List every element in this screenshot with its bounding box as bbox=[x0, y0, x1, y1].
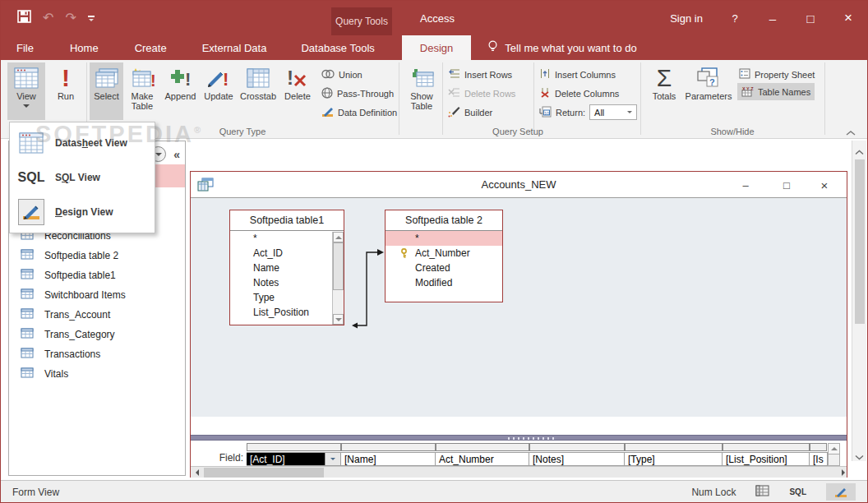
union-button[interactable]: Union bbox=[321, 66, 362, 83]
crosstab-label: Crosstab bbox=[240, 91, 276, 101]
view-dropdown-arrow[interactable] bbox=[23, 104, 30, 108]
grid-cell-notes[interactable]: [Notes] bbox=[529, 452, 625, 466]
grid-vertical-scrollbar[interactable] bbox=[828, 443, 840, 466]
data-definition-button[interactable]: Data Definition bbox=[321, 104, 397, 121]
return-combobox[interactable]: All bbox=[589, 104, 637, 120]
grid-cell-act-number[interactable]: Act_Number bbox=[436, 452, 529, 466]
help-button[interactable]: ? bbox=[716, 12, 754, 25]
save-icon[interactable] bbox=[17, 10, 31, 26]
insert-rows-icon bbox=[448, 68, 460, 81]
close-button[interactable]: × bbox=[829, 10, 867, 26]
scrollbar-thumb[interactable] bbox=[855, 159, 865, 324]
nav-item-trans-category[interactable]: Trans_Category bbox=[9, 325, 185, 344]
crosstab-button[interactable]: Crosstab bbox=[238, 62, 279, 120]
globe-icon bbox=[321, 87, 333, 100]
table-names-toggle[interactable]: X Y Z Table Names bbox=[737, 83, 815, 100]
grid-scroll-up-icon[interactable] bbox=[829, 444, 839, 455]
design-view-status-icon[interactable] bbox=[826, 483, 856, 501]
append-label: Append bbox=[165, 91, 196, 101]
redo-icon[interactable]: ↷ bbox=[65, 12, 76, 25]
grid-column-header[interactable] bbox=[247, 443, 341, 451]
query-window-titlebar[interactable]: Accounts_NEW – □ × bbox=[191, 172, 847, 198]
view-button[interactable]: View bbox=[7, 62, 45, 120]
grid-horizontal-scrollbar[interactable] bbox=[191, 466, 847, 478]
shutter-bar-collapse-icon[interactable]: « bbox=[173, 148, 180, 161]
property-sheet-button[interactable]: Property Sheet bbox=[739, 66, 815, 83]
table-icon bbox=[21, 348, 34, 361]
nav-item-label: Trans_Account bbox=[44, 309, 110, 321]
insert-rows-button[interactable]: Insert Rows bbox=[448, 66, 512, 83]
table-icon bbox=[21, 367, 34, 381]
query-maximize-button[interactable]: □ bbox=[768, 172, 806, 198]
table-icon bbox=[21, 308, 34, 321]
show-table-button[interactable]: Show Table bbox=[404, 62, 440, 120]
grid-cell-type[interactable]: [Type] bbox=[625, 452, 723, 466]
datasheet-view-status-icon[interactable] bbox=[755, 485, 769, 499]
collapse-ribbon-chevron-icon[interactable] bbox=[846, 125, 856, 140]
tell-me-box[interactable]: Tell me what you want to do bbox=[471, 35, 636, 60]
grid-column-header[interactable] bbox=[723, 443, 810, 451]
designer-splitter[interactable] bbox=[191, 435, 847, 441]
field-combo-arrow[interactable] bbox=[325, 453, 340, 465]
grid-cell-name[interactable]: [Name] bbox=[341, 452, 436, 466]
minimize-button[interactable]: – bbox=[754, 12, 792, 25]
append-button[interactable]: ! Append bbox=[162, 62, 199, 120]
query-close-button[interactable]: × bbox=[806, 172, 843, 198]
join-line[interactable] bbox=[191, 198, 519, 362]
nav-item-label: Trans_Category bbox=[44, 329, 115, 340]
grid-column-header[interactable] bbox=[625, 443, 723, 451]
grid-column-header[interactable] bbox=[341, 443, 436, 451]
tab-database-tools[interactable]: Database Tools bbox=[285, 35, 390, 60]
grid-cell-act-id[interactable]: [Act_ID] bbox=[247, 452, 341, 466]
contextual-tab-query-tools[interactable]: Query Tools bbox=[331, 7, 392, 35]
grid-column-header[interactable] bbox=[810, 443, 827, 451]
delete-query-button[interactable]: ! Delete bbox=[280, 62, 315, 120]
group-separator bbox=[640, 62, 641, 135]
builder-button[interactable]: Builder bbox=[448, 104, 492, 121]
delete-columns-button[interactable]: Delete Columns bbox=[539, 85, 619, 102]
customize-qat-icon[interactable] bbox=[88, 16, 95, 21]
select-query-button[interactable]: Select bbox=[90, 62, 123, 120]
nav-item-softpedia-table1[interactable]: Softpedia table1 bbox=[9, 265, 185, 285]
parameters-button[interactable]: ? Parameters bbox=[683, 62, 734, 120]
h-scrollbar-thumb[interactable] bbox=[204, 468, 324, 478]
workspace-vertical-scrollbar[interactable] bbox=[852, 141, 866, 461]
grid-column-header[interactable] bbox=[436, 443, 529, 451]
design-view-icon bbox=[18, 199, 44, 225]
nav-item-switchboard-items[interactable]: Switchboard Items bbox=[9, 285, 185, 305]
grid-column-header[interactable] bbox=[529, 443, 625, 451]
return-label: Return: bbox=[556, 108, 585, 118]
undo-icon[interactable]: ↶ bbox=[43, 12, 53, 25]
maximize-button[interactable]: □ bbox=[792, 12, 829, 25]
num-lock-indicator: Num Lock bbox=[691, 487, 736, 498]
sign-in-button[interactable]: Sign in bbox=[657, 12, 716, 25]
grid-cell-list-position[interactable]: [List_Position] bbox=[723, 452, 810, 466]
scroll-right-icon[interactable] bbox=[842, 469, 845, 476]
scroll-down-chevron-icon[interactable] bbox=[855, 449, 864, 464]
tab-create[interactable]: Create bbox=[119, 35, 182, 60]
grid-cell-clipped[interactable]: [Is bbox=[810, 452, 828, 466]
update-button[interactable]: ! Update bbox=[201, 62, 237, 120]
query-minimize-button[interactable]: – bbox=[727, 172, 764, 198]
menu-item-sql-view[interactable]: SQL SQL View bbox=[10, 160, 155, 195]
nav-item-softpedia-table-2[interactable]: Softpedia table 2 bbox=[9, 246, 185, 265]
nav-item-vitals[interactable]: Vitals bbox=[9, 364, 185, 384]
tab-external-data[interactable]: External Data bbox=[187, 35, 283, 60]
pass-through-button[interactable]: Pass-Through bbox=[321, 85, 394, 102]
scroll-up-chevron-icon[interactable] bbox=[855, 144, 864, 159]
sql-view-status-icon[interactable]: SQL bbox=[789, 487, 806, 496]
menu-item-datasheet-view[interactable]: Datasheet View bbox=[10, 126, 155, 160]
tab-home[interactable]: Home bbox=[54, 35, 114, 60]
delete-label: Delete bbox=[284, 91, 311, 101]
nav-item-transactions[interactable]: Transactions bbox=[9, 344, 185, 364]
tab-file[interactable]: File bbox=[1, 35, 49, 60]
join-arrow-left bbox=[352, 323, 358, 329]
make-table-button[interactable]: ! Make Table bbox=[125, 62, 159, 120]
run-button[interactable]: ! Run bbox=[48, 62, 83, 120]
nav-item-trans-account[interactable]: Trans_Account bbox=[9, 305, 185, 325]
totals-button[interactable]: Σ Totals bbox=[647, 62, 681, 120]
menu-item-design-view[interactable]: Design View bbox=[10, 195, 155, 229]
tab-design[interactable]: Design bbox=[402, 35, 471, 60]
scroll-left-icon[interactable] bbox=[191, 467, 203, 478]
insert-columns-button[interactable]: Insert Columns bbox=[539, 66, 616, 83]
